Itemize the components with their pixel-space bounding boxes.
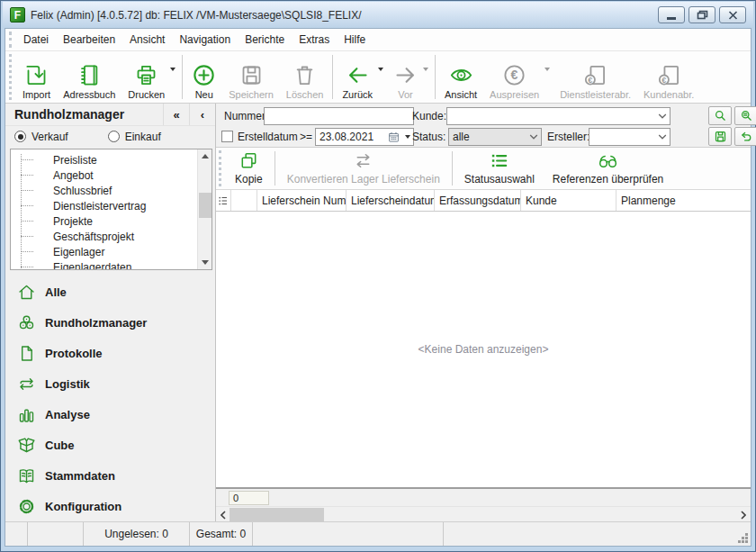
nav-item-alle[interactable]: Alle — [5, 276, 215, 307]
neu-button[interactable]: Neu — [185, 51, 222, 103]
left-panel: Rundholzmanager « ‹ Verkauf Einkauf Prei… — [5, 104, 216, 521]
kopie-button[interactable]: Kopie — [226, 148, 272, 189]
scroll-right-icon[interactable] — [736, 507, 751, 522]
ansicht-button[interactable]: Ansicht — [438, 51, 483, 103]
glasses-icon — [598, 150, 618, 171]
nav-item-konfiguration[interactable]: Konfiguration — [5, 491, 215, 521]
column-chooser-button[interactable] — [216, 190, 231, 211]
app-logo-icon: F — [10, 7, 25, 23]
toolbar-drag-grip[interactable] — [9, 54, 14, 100]
close-button[interactable] — [719, 6, 746, 23]
referenzen-button[interactable]: Referenzen überprüfen — [544, 148, 672, 189]
tree-item[interactable]: Preisliste — [11, 152, 197, 167]
save-icon — [239, 63, 264, 87]
collapse-all-button[interactable]: « — [163, 104, 189, 125]
status-segment — [28, 522, 84, 546]
euro-document-icon — [657, 63, 681, 87]
nav-item-logistik[interactable]: Logistik — [5, 368, 215, 399]
printer-icon — [134, 63, 158, 87]
zurueck-button[interactable]: Zurück — [336, 51, 387, 103]
konvertieren-button: Konvertieren Lager Lieferschein — [278, 148, 449, 189]
view-toolbar-drag-grip[interactable] — [219, 150, 223, 186]
import-button[interactable]: Import — [16, 51, 57, 103]
gesamt-counter: Gesamt: 0 — [190, 522, 253, 546]
tree-scrollbar-thumb[interactable] — [199, 193, 212, 218]
nav-item-analyse[interactable]: Analyse — [5, 399, 215, 430]
ungelesen-counter: Ungelesen: 0 — [84, 522, 190, 546]
save-filter-button[interactable] — [708, 127, 732, 146]
address-book-icon — [77, 63, 102, 87]
reset-filter-button[interactable] — [734, 127, 756, 146]
einkauf-radio-label: Einkauf — [125, 131, 161, 143]
app-window: F Felix (Admin) [4.0.5.72] db: FELIX /VM… — [0, 0, 756, 552]
drucken-button[interactable]: Drucken — [122, 51, 179, 103]
erstelldatum-checkbox[interactable] — [221, 131, 233, 142]
column-chooser-icon — [218, 195, 229, 206]
menu-ansicht[interactable]: Ansicht — [122, 29, 172, 50]
minimize-button[interactable] — [658, 6, 685, 23]
column-header-planmenge[interactable]: Planmenge — [616, 190, 751, 211]
statusauswahl-button[interactable]: Statusauswahl — [455, 148, 544, 189]
main-toolbar: Import Adressbuch Drucken Neu Speichern — [5, 51, 751, 104]
nummer-input[interactable] — [264, 107, 414, 125]
menu-berichte[interactable]: Berichte — [238, 29, 292, 50]
transfer-arrows-icon — [17, 375, 36, 394]
close-icon — [728, 11, 738, 20]
scroll-down-icon[interactable] — [198, 256, 212, 269]
adressbuch-button[interactable]: Adressbuch — [57, 51, 122, 103]
nav-item-protokolle[interactable]: Protokolle — [5, 338, 215, 368]
vor-dropdown-caret-icon — [423, 68, 428, 71]
table-header: Lieferschein Nummer Lieferscheindatum Er… — [216, 190, 751, 212]
resize-grip[interactable] — [745, 540, 748, 543]
menu-datei[interactable]: Datei — [16, 29, 56, 50]
nav-item-stammdaten[interactable]: Stammdaten — [5, 460, 215, 491]
search-button[interactable] — [708, 106, 732, 125]
kunde-label: Kunde: — [412, 107, 446, 125]
drucken-dropdown-caret-icon[interactable] — [170, 68, 176, 71]
column-header-erfassungsdatum[interactable]: Erfassungsdatum — [435, 190, 521, 211]
tree-item[interactable]: Schlussbrief — [11, 183, 197, 198]
search-in-results-button[interactable] — [734, 106, 756, 125]
title-bar: F Felix (Admin) [4.0.5.72] db: FELIX /VM… — [3, 2, 753, 28]
tree-item[interactable]: Dienstleistervertrag — [11, 198, 197, 213]
status-combo[interactable]: alle — [448, 128, 542, 146]
menu-extras[interactable]: Extras — [292, 29, 337, 50]
scroll-up-icon[interactable] — [198, 149, 212, 163]
column-header-kunde[interactable]: Kunde — [521, 190, 616, 211]
document-icon — [17, 344, 36, 363]
einkauf-radio[interactable] — [108, 131, 120, 142]
tree-item[interactable]: Eigenlagerdaten — [11, 259, 197, 270]
menu-hilfe[interactable]: Hilfe — [337, 29, 373, 50]
nav-item-rundholzmanager[interactable]: Rundholzmanager — [5, 307, 215, 338]
column-header-lieferschein-nummer[interactable]: Lieferschein Nummer — [257, 190, 346, 211]
restore-button[interactable] — [688, 6, 716, 23]
menu-bearbeiten[interactable]: Bearbeiten — [56, 29, 122, 50]
tree-item[interactable]: Projekte — [11, 213, 197, 229]
menu-bar: Datei Bearbeiten Ansicht Navigation Beri… — [5, 29, 751, 51]
nummer-label: Nummer: — [224, 107, 268, 125]
menu-navigation[interactable]: Navigation — [172, 29, 238, 50]
tree-item[interactable]: Geschäftsprojekt — [11, 229, 197, 244]
erstelldatum-datefield[interactable]: 23.08.2021 — [315, 128, 414, 146]
tree-item[interactable]: Eigenlager — [11, 244, 197, 259]
column-header-lieferscheindatum[interactable]: Lieferscheindatum — [346, 190, 435, 211]
collapse-button[interactable]: ‹ — [189, 104, 215, 125]
tree-scrollbar[interactable] — [197, 149, 212, 269]
dienstleisterabr-button: Dienstleisterabr. — [554, 51, 637, 103]
calendar-icon[interactable] — [386, 131, 401, 143]
horizontal-scrollbar[interactable] — [216, 506, 751, 521]
kunde-combo[interactable] — [446, 107, 670, 125]
zurueck-dropdown-caret-icon[interactable] — [378, 68, 383, 71]
status-segment — [253, 522, 444, 546]
nav-item-cube[interactable]: Cube — [5, 430, 215, 460]
tree-item[interactable]: Angebot — [11, 167, 197, 183]
menu-drag-grip[interactable] — [9, 32, 14, 48]
horizontal-scrollbar-thumb[interactable] — [230, 508, 324, 521]
toolbar-separator — [452, 151, 453, 186]
arrow-right-icon — [393, 63, 418, 87]
verkauf-radio[interactable] — [14, 131, 26, 142]
status-segment — [444, 522, 751, 546]
scroll-left-icon[interactable] — [216, 507, 230, 522]
open-book-icon — [17, 466, 36, 485]
ersteller-combo[interactable] — [589, 128, 670, 146]
